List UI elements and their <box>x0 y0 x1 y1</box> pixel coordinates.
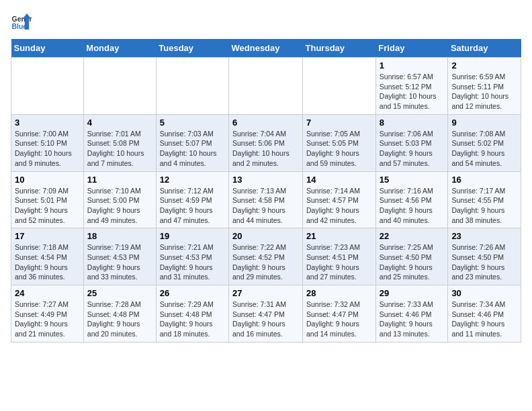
day-number: 5 <box>160 118 225 128</box>
calendar-week-row: 10Sunrise: 7:09 AM Sunset: 5:01 PM Dayli… <box>11 171 521 228</box>
day-detail: Sunrise: 7:14 AM Sunset: 4:57 PM Dayligh… <box>306 186 372 226</box>
calendar-cell: 22Sunrise: 7:25 AM Sunset: 4:50 PM Dayli… <box>375 228 448 285</box>
calendar-cell: 2Sunrise: 6:59 AM Sunset: 5:11 PM Daylig… <box>448 58 521 115</box>
logo: General Blue <box>11 11 32 32</box>
calendar-week-row: 3Sunrise: 7:00 AM Sunset: 5:10 PM Daylig… <box>11 114 521 171</box>
calendar-table: SundayMondayTuesdayWednesdayThursdayFrid… <box>11 39 521 342</box>
day-detail: Sunrise: 6:59 AM Sunset: 5:11 PM Dayligh… <box>451 72 517 111</box>
day-detail: Sunrise: 7:19 AM Sunset: 4:53 PM Dayligh… <box>87 242 152 282</box>
calendar-cell: 24Sunrise: 7:27 AM Sunset: 4:49 PM Dayli… <box>11 285 84 342</box>
calendar-cell: 10Sunrise: 7:09 AM Sunset: 5:01 PM Dayli… <box>11 171 84 228</box>
weekday-header-cell: Tuesday <box>156 39 228 58</box>
calendar-cell: 25Sunrise: 7:28 AM Sunset: 4:48 PM Dayli… <box>83 285 156 342</box>
calendar-cell: 7Sunrise: 7:05 AM Sunset: 5:05 PM Daylig… <box>303 114 376 171</box>
day-number: 24 <box>15 288 80 298</box>
day-detail: Sunrise: 7:01 AM Sunset: 5:08 PM Dayligh… <box>87 129 152 169</box>
calendar-cell: 3Sunrise: 7:00 AM Sunset: 5:10 PM Daylig… <box>11 114 84 171</box>
day-detail: Sunrise: 7:16 AM Sunset: 4:56 PM Dayligh… <box>380 186 445 226</box>
day-number: 16 <box>451 175 517 185</box>
day-number: 18 <box>87 231 152 241</box>
day-number: 25 <box>87 288 152 298</box>
day-detail: Sunrise: 7:08 AM Sunset: 5:02 PM Dayligh… <box>451 129 517 169</box>
calendar-cell: 27Sunrise: 7:31 AM Sunset: 4:47 PM Dayli… <box>229 285 303 342</box>
logo-icon: General Blue <box>11 11 32 32</box>
calendar-cell: 15Sunrise: 7:16 AM Sunset: 4:56 PM Dayli… <box>375 171 448 228</box>
calendar-cell: 11Sunrise: 7:10 AM Sunset: 5:00 PM Dayli… <box>83 171 156 228</box>
calendar-cell: 6Sunrise: 7:04 AM Sunset: 5:06 PM Daylig… <box>229 114 303 171</box>
calendar-cell: 23Sunrise: 7:26 AM Sunset: 4:50 PM Dayli… <box>448 228 521 285</box>
day-number: 3 <box>15 118 80 128</box>
day-number: 11 <box>87 175 152 185</box>
calendar-cell <box>229 58 303 115</box>
calendar-cell: 20Sunrise: 7:22 AM Sunset: 4:52 PM Dayli… <box>229 228 303 285</box>
weekday-header-cell: Friday <box>375 39 448 58</box>
calendar-cell: 29Sunrise: 7:33 AM Sunset: 4:46 PM Dayli… <box>375 285 448 342</box>
calendar-cell: 4Sunrise: 7:01 AM Sunset: 5:08 PM Daylig… <box>83 114 156 171</box>
calendar-cell <box>83 58 156 115</box>
calendar-cell <box>303 58 376 115</box>
day-number: 30 <box>451 288 517 298</box>
day-number: 23 <box>451 231 517 241</box>
day-detail: Sunrise: 7:34 AM Sunset: 4:46 PM Dayligh… <box>451 300 517 339</box>
day-number: 12 <box>160 175 225 185</box>
day-detail: Sunrise: 7:06 AM Sunset: 5:03 PM Dayligh… <box>380 129 445 169</box>
weekday-header-cell: Wednesday <box>229 39 303 58</box>
day-detail: Sunrise: 7:18 AM Sunset: 4:54 PM Dayligh… <box>15 242 80 282</box>
calendar-week-row: 24Sunrise: 7:27 AM Sunset: 4:49 PM Dayli… <box>11 285 521 342</box>
day-number: 14 <box>306 175 372 185</box>
calendar-cell: 16Sunrise: 7:17 AM Sunset: 4:55 PM Dayli… <box>448 171 521 228</box>
day-detail: Sunrise: 7:22 AM Sunset: 4:52 PM Dayligh… <box>232 242 299 282</box>
calendar-cell: 30Sunrise: 7:34 AM Sunset: 4:46 PM Dayli… <box>448 285 521 342</box>
calendar-cell: 12Sunrise: 7:12 AM Sunset: 4:59 PM Dayli… <box>156 171 228 228</box>
day-number: 27 <box>232 288 299 298</box>
day-detail: Sunrise: 7:32 AM Sunset: 4:47 PM Dayligh… <box>306 300 372 339</box>
calendar-cell: 14Sunrise: 7:14 AM Sunset: 4:57 PM Dayli… <box>303 171 376 228</box>
day-detail: Sunrise: 7:13 AM Sunset: 4:58 PM Dayligh… <box>232 186 299 226</box>
page-header: General Blue <box>11 11 521 32</box>
calendar-cell: 13Sunrise: 7:13 AM Sunset: 4:58 PM Dayli… <box>229 171 303 228</box>
day-detail: Sunrise: 7:04 AM Sunset: 5:06 PM Dayligh… <box>232 129 299 169</box>
day-detail: Sunrise: 7:29 AM Sunset: 4:48 PM Dayligh… <box>160 300 225 339</box>
day-number: 15 <box>380 175 445 185</box>
calendar-cell: 17Sunrise: 7:18 AM Sunset: 4:54 PM Dayli… <box>11 228 84 285</box>
day-detail: Sunrise: 6:57 AM Sunset: 5:12 PM Dayligh… <box>380 72 445 111</box>
calendar-cell: 18Sunrise: 7:19 AM Sunset: 4:53 PM Dayli… <box>83 228 156 285</box>
day-number: 17 <box>15 231 80 241</box>
day-number: 9 <box>451 118 517 128</box>
calendar-cell: 1Sunrise: 6:57 AM Sunset: 5:12 PM Daylig… <box>375 58 448 115</box>
day-detail: Sunrise: 7:00 AM Sunset: 5:10 PM Dayligh… <box>15 129 80 169</box>
day-number: 28 <box>306 288 372 298</box>
day-detail: Sunrise: 7:23 AM Sunset: 4:51 PM Dayligh… <box>306 242 372 282</box>
weekday-header-cell: Sunday <box>11 39 84 58</box>
calendar-cell: 28Sunrise: 7:32 AM Sunset: 4:47 PM Dayli… <box>303 285 376 342</box>
day-number: 29 <box>380 288 445 298</box>
weekday-header-row: SundayMondayTuesdayWednesdayThursdayFrid… <box>11 39 521 58</box>
calendar-cell: 9Sunrise: 7:08 AM Sunset: 5:02 PM Daylig… <box>448 114 521 171</box>
day-number: 20 <box>232 231 299 241</box>
day-number: 26 <box>160 288 225 298</box>
day-detail: Sunrise: 7:10 AM Sunset: 5:00 PM Dayligh… <box>87 186 152 226</box>
day-detail: Sunrise: 7:05 AM Sunset: 5:05 PM Dayligh… <box>306 129 372 169</box>
day-detail: Sunrise: 7:27 AM Sunset: 4:49 PM Dayligh… <box>15 300 80 339</box>
day-detail: Sunrise: 7:31 AM Sunset: 4:47 PM Dayligh… <box>232 300 299 339</box>
weekday-header-cell: Saturday <box>448 39 521 58</box>
day-detail: Sunrise: 7:03 AM Sunset: 5:07 PM Dayligh… <box>160 129 225 169</box>
calendar-cell: 5Sunrise: 7:03 AM Sunset: 5:07 PM Daylig… <box>156 114 228 171</box>
day-number: 8 <box>380 118 445 128</box>
day-detail: Sunrise: 7:12 AM Sunset: 4:59 PM Dayligh… <box>160 186 225 226</box>
day-number: 1 <box>380 60 445 71</box>
day-number: 7 <box>306 118 372 128</box>
calendar-cell: 19Sunrise: 7:21 AM Sunset: 4:53 PM Dayli… <box>156 228 228 285</box>
calendar-cell <box>11 58 84 115</box>
day-detail: Sunrise: 7:28 AM Sunset: 4:48 PM Dayligh… <box>87 300 152 339</box>
day-detail: Sunrise: 7:21 AM Sunset: 4:53 PM Dayligh… <box>160 242 225 282</box>
weekday-header-cell: Monday <box>83 39 156 58</box>
calendar-cell: 21Sunrise: 7:23 AM Sunset: 4:51 PM Dayli… <box>303 228 376 285</box>
day-detail: Sunrise: 7:09 AM Sunset: 5:01 PM Dayligh… <box>15 186 80 226</box>
calendar-cell: 8Sunrise: 7:06 AM Sunset: 5:03 PM Daylig… <box>375 114 448 171</box>
day-number: 22 <box>380 231 445 241</box>
day-detail: Sunrise: 7:26 AM Sunset: 4:50 PM Dayligh… <box>451 242 517 282</box>
day-number: 19 <box>160 231 225 241</box>
day-detail: Sunrise: 7:25 AM Sunset: 4:50 PM Dayligh… <box>380 242 445 282</box>
calendar-cell <box>156 58 228 115</box>
